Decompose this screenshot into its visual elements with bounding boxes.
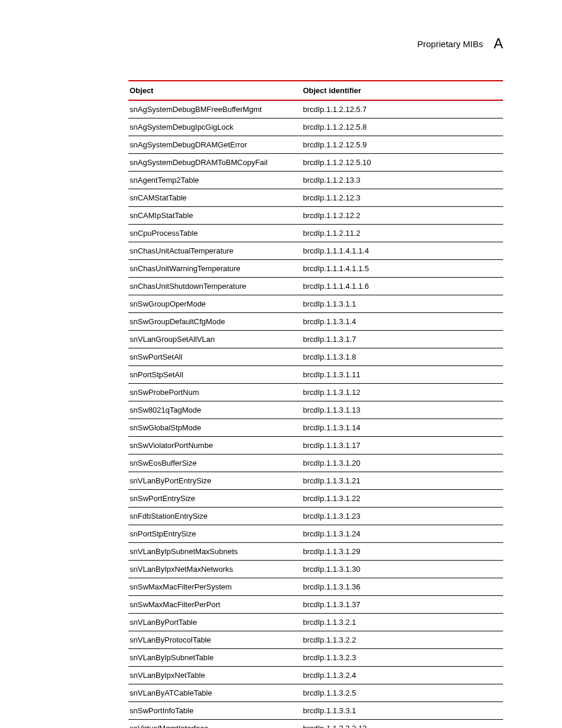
table-row: snChasUnitShutdownTemperaturebrcdIp.1.1.…: [128, 278, 503, 295]
table-row: snFdbStationEntrySizebrcdIp.1.1.3.1.23: [128, 508, 503, 525]
cell-oid: brcdIp.1.1.2.12.2: [302, 207, 503, 225]
appendix-badge: A: [494, 35, 503, 52]
cell-object: snVLanByIpSubnetMaxSubnets: [128, 543, 302, 561]
table-row: snSw8021qTagModebrcdIp.1.1.3.1.13: [128, 401, 503, 419]
cell-oid: brcdIp.1.1.2.12.5.10: [302, 154, 503, 172]
cell-oid: brcdIp.1.1.3.3.1: [302, 702, 503, 720]
table-row: snPortStpSetAllbrcdIp.1.1.3.1.11: [128, 366, 503, 384]
cell-object: snSwEosBufferSize: [128, 454, 302, 472]
cell-object: snSwPortSetAll: [128, 348, 302, 366]
cell-oid: brcdIp.1.1.2.11.2: [302, 225, 503, 242]
table-row: snVLanGroupSetAllVLanbrcdIp.1.1.3.1.7: [128, 331, 503, 348]
cell-oid: brcdIp.1.1.3.2.5: [302, 684, 503, 702]
cell-oid: brcdIp.1.1.3.3.2.12: [302, 720, 503, 729]
cell-object: snChasUnitActualTemperature: [128, 242, 302, 260]
cell-object: snSwPortEntrySize: [128, 490, 302, 508]
cell-oid: brcdIp.1.1.2.12.5.8: [302, 118, 503, 136]
cell-object: snSwMaxMacFilterPerPort: [128, 596, 302, 614]
page-title: Proprietary MIBs: [417, 39, 483, 49]
cell-object: snVLanByIpxNetMaxNetworks: [128, 561, 302, 578]
table-row: snAgSystemDebugBMFreeBufferMgmtbrcdIp.1.…: [128, 100, 503, 118]
cell-object: snSwGlobalStpMode: [128, 419, 302, 437]
table-row: snChasUnitWarningTemperaturebrcdIp.1.1.1…: [128, 260, 503, 278]
cell-object: snFdbStationEntrySize: [128, 508, 302, 525]
cell-oid: brcdIp.1.1.3.1.22: [302, 490, 503, 508]
table-row: snSwPortEntrySizebrcdIp.1.1.3.1.22: [128, 490, 503, 508]
cell-object: snVLanGroupSetAllVLan: [128, 331, 302, 348]
table-row: snAgSystemDebugDRAMToBMCopyFailbrcdIp.1.…: [128, 154, 503, 172]
cell-oid: brcdIp.1.1.1.4.1.1.6: [302, 278, 503, 295]
table-row: snSwPortInfoTablebrcdIp.1.1.3.3.1: [128, 702, 503, 720]
table-row: snSwEosBufferSizebrcdIp.1.1.3.1.20: [128, 454, 503, 472]
col-header-object: Object: [128, 81, 302, 100]
cell-oid: brcdIp.1.1.3.1.7: [302, 331, 503, 348]
table-row: snVirtualMgmtInterfacebrcdIp.1.1.3.3.2.1…: [128, 720, 503, 729]
table-row: snAgSystemDebugDRAMGetErrorbrcdIp.1.1.2.…: [128, 136, 503, 154]
cell-object: snPortStpSetAll: [128, 366, 302, 384]
cell-object: snVirtualMgmtInterface: [128, 720, 302, 729]
cell-oid: brcdIp.1.1.3.1.29: [302, 543, 503, 561]
cell-oid: brcdIp.1.1.3.1.24: [302, 525, 503, 543]
table-header-row: Object Object identifier: [128, 81, 503, 100]
table-row: snSwMaxMacFilterPerSystembrcdIp.1.1.3.1.…: [128, 578, 503, 596]
cell-object: snSwMaxMacFilterPerSystem: [128, 578, 302, 596]
cell-object: snSwProbePortNum: [128, 384, 302, 401]
cell-object: snAgSystemDebugIpcGigLock: [128, 118, 302, 136]
cell-oid: brcdIp.1.1.1.4.1.1.4: [302, 242, 503, 260]
table-row: snPortStpEntrySizebrcdIp.1.1.3.1.24: [128, 525, 503, 543]
table-row: snSwGroupOperModebrcdIp.1.1.3.1.1: [128, 295, 503, 313]
col-header-oid: Object identifier: [302, 81, 503, 100]
table-row: snAgentTemp2TablebrcdIp.1.1.2.13.3: [128, 172, 503, 189]
cell-oid: brcdIp.1.1.3.2.2: [302, 631, 503, 649]
cell-object: snAgSystemDebugDRAMGetError: [128, 136, 302, 154]
cell-oid: brcdIp.1.1.2.12.5.7: [302, 100, 503, 118]
cell-object: snCpuProcessTable: [128, 225, 302, 242]
cell-object: snVLanByProtocolTable: [128, 631, 302, 649]
cell-object: snSwPortInfoTable: [128, 702, 302, 720]
cell-oid: brcdIp.1.1.3.1.14: [302, 419, 503, 437]
cell-oid: brcdIp.1.1.3.1.30: [302, 561, 503, 578]
cell-object: snAgSystemDebugBMFreeBufferMgmt: [128, 100, 302, 118]
cell-oid: brcdIp.1.1.3.2.4: [302, 667, 503, 684]
table-row: snVLanByATCableTablebrcdIp.1.1.3.2.5: [128, 684, 503, 702]
cell-object: snChasUnitWarningTemperature: [128, 260, 302, 278]
table-row: snCAMStatTablebrcdIp.1.1.2.12.3: [128, 189, 503, 207]
table-row: snCAMIpStatTablebrcdIp.1.1.2.12.2: [128, 207, 503, 225]
mib-table: Object Object identifier snAgSystemDebug…: [128, 80, 503, 728]
table-row: snSwMaxMacFilterPerPortbrcdIp.1.1.3.1.37: [128, 596, 503, 614]
table-row: snVLanByPortTablebrcdIp.1.1.3.2.1: [128, 614, 503, 631]
table-row: snSwViolatorPortNumbebrcdIp.1.1.3.1.17: [128, 437, 503, 454]
cell-oid: brcdIp.1.1.3.1.17: [302, 437, 503, 454]
cell-object: snSwGroupOperMode: [128, 295, 302, 313]
cell-oid: brcdIp.1.1.1.4.1.1.5: [302, 260, 503, 278]
cell-object: snAgentTemp2Table: [128, 172, 302, 189]
table-row: snChasUnitActualTemperaturebrcdIp.1.1.1.…: [128, 242, 503, 260]
cell-oid: brcdIp.1.1.3.1.4: [302, 313, 503, 331]
cell-object: snVLanByIpSubnetTable: [128, 649, 302, 667]
cell-oid: brcdIp.1.1.3.2.3: [302, 649, 503, 667]
cell-oid: brcdIp.1.1.2.13.3: [302, 172, 503, 189]
cell-object: snAgSystemDebugDRAMToBMCopyFail: [128, 154, 302, 172]
table-row: snAgSystemDebugIpcGigLockbrcdIp.1.1.2.12…: [128, 118, 503, 136]
table-row: snVLanByProtocolTablebrcdIp.1.1.3.2.2: [128, 631, 503, 649]
cell-object: snPortStpEntrySize: [128, 525, 302, 543]
cell-object: snVLanByPortTable: [128, 614, 302, 631]
cell-oid: brcdIp.1.1.3.1.36: [302, 578, 503, 596]
table-row: snVLanByIpSubnetTablebrcdIp.1.1.3.2.3: [128, 649, 503, 667]
page: Proprietary MIBs A Object Object identif…: [0, 0, 562, 728]
table-row: snSwGroupDefaultCfgModebrcdIp.1.1.3.1.4: [128, 313, 503, 331]
cell-oid: brcdIp.1.1.3.1.1: [302, 295, 503, 313]
table-row: snCpuProcessTablebrcdIp.1.1.2.11.2: [128, 225, 503, 242]
cell-oid: brcdIp.1.1.3.1.12: [302, 384, 503, 401]
cell-oid: brcdIp.1.1.3.1.13: [302, 401, 503, 419]
cell-oid: brcdIp.1.1.3.1.21: [302, 472, 503, 490]
cell-object: snSwViolatorPortNumbe: [128, 437, 302, 454]
cell-object: snChasUnitShutdownTemperature: [128, 278, 302, 295]
cell-object: snVLanByPortEntrySize: [128, 472, 302, 490]
table-row: snSwGlobalStpModebrcdIp.1.1.3.1.14: [128, 419, 503, 437]
page-header: Proprietary MIBs A: [128, 35, 503, 52]
table-row: snVLanByIpxNetTablebrcdIp.1.1.3.2.4: [128, 667, 503, 684]
cell-oid: brcdIp.1.1.2.12.5.9: [302, 136, 503, 154]
cell-oid: brcdIp.1.1.3.1.23: [302, 508, 503, 525]
table-row: snSwPortSetAllbrcdIp.1.1.3.1.8: [128, 348, 503, 366]
